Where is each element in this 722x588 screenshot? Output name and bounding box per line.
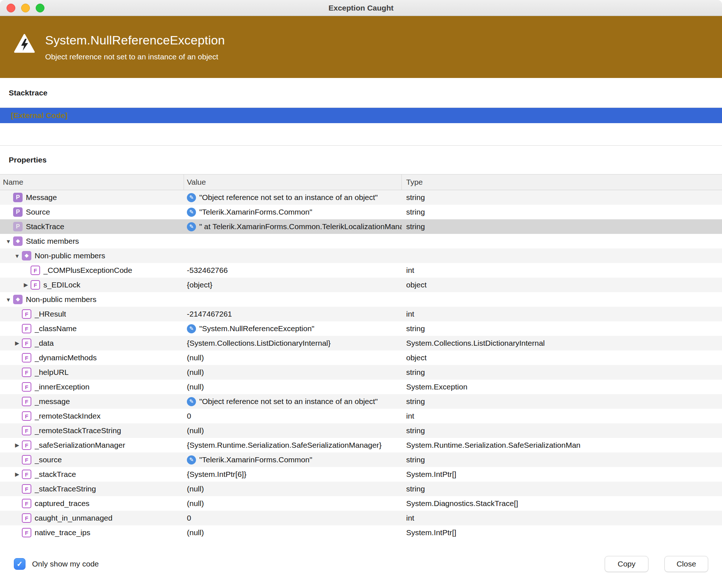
stacktrace-heading-label: Stacktrace: [9, 89, 47, 97]
property-value: {System.Collections.ListDictionaryIntern…: [187, 339, 331, 348]
property-name: _innerException: [35, 383, 90, 391]
property-row[interactable]: F_COMPlusExceptionCode-532462766int: [0, 263, 722, 278]
property-name: caught_in_unmanaged: [35, 514, 113, 522]
property-value: "System.NullReferenceException": [199, 324, 314, 333]
property-row[interactable]: ▶F_data{System.Collections.ListDictionar…: [0, 336, 722, 350]
property-row[interactable]: ▼❖Non-public members: [0, 292, 722, 307]
property-type: string: [402, 485, 722, 493]
property-icon: P: [13, 193, 23, 202]
field-icon: F: [22, 440, 31, 450]
property-value: "Object reference not set to an instance…: [199, 193, 378, 202]
properties-heading-label: Properties: [9, 156, 47, 164]
field-icon: F: [22, 513, 31, 523]
property-row[interactable]: PStackTrace✎" at Telerik.XamarinForms.Co…: [0, 219, 722, 234]
close-button[interactable]: Close: [664, 556, 708, 572]
property-row[interactable]: ▶F_safeSerializationManager{System.Runti…: [0, 438, 722, 452]
property-row[interactable]: F_remoteStackIndex0int: [0, 409, 722, 423]
property-type: string: [402, 193, 722, 202]
property-name: _message: [35, 397, 70, 406]
expand-arrow-icon[interactable]: ▶: [12, 340, 22, 346]
property-row[interactable]: ▼❖Static members: [0, 234, 722, 248]
property-type: System.Collections.ListDictionaryInterna…: [402, 339, 722, 348]
property-type: string: [402, 222, 722, 231]
property-type: System.Exception: [402, 383, 722, 391]
property-value: "Object reference not set to an instance…: [199, 397, 378, 406]
property-row[interactable]: ▼❖Non-public members: [0, 248, 722, 263]
field-icon: F: [31, 266, 40, 275]
property-row[interactable]: F_className✎"System.NullReferenceExcepti…: [0, 321, 722, 336]
property-value: (null): [187, 485, 204, 493]
property-name: StackTrace: [26, 222, 64, 231]
property-row[interactable]: PSource✎"Telerik.XamarinForms.Common"str…: [0, 205, 722, 219]
property-icon: P: [13, 222, 23, 231]
edit-value-icon[interactable]: ✎: [187, 208, 196, 217]
field-icon: F: [31, 280, 40, 290]
property-row[interactable]: F_helpURL(null)string: [0, 365, 722, 380]
expand-arrow-icon[interactable]: ▶: [21, 282, 31, 288]
property-row[interactable]: PMessage✎"Object reference not set to an…: [0, 190, 722, 205]
property-value: {object}: [187, 281, 212, 289]
property-value: -2147467261: [187, 310, 232, 318]
property-value: " at Telerik.XamarinForms.Common.Telerik…: [199, 222, 402, 231]
property-name: s_EDILock: [43, 281, 81, 289]
property-value: {System.Runtime.Serialization.SafeSerial…: [187, 441, 382, 450]
property-type: string: [402, 397, 722, 406]
collapse-arrow-icon[interactable]: ▼: [4, 238, 13, 244]
window-title: Exception Caught: [329, 4, 394, 12]
property-name: _source: [35, 455, 62, 464]
edit-value-icon[interactable]: ✎: [187, 397, 196, 406]
stacktrace-empty-area: [0, 123, 722, 146]
expand-arrow-icon[interactable]: ▶: [12, 442, 22, 448]
property-name: _COMPlusExceptionCode: [43, 266, 132, 275]
property-value: 0: [187, 514, 191, 522]
column-header-name[interactable]: Name: [0, 175, 184, 190]
stack-frame-row[interactable]: [External Code]: [0, 108, 722, 123]
property-name: _stackTrace: [35, 470, 76, 479]
field-icon: F: [22, 309, 31, 319]
minimize-window-button[interactable]: [21, 4, 30, 12]
close-window-button[interactable]: [7, 4, 15, 12]
field-icon: F: [22, 382, 31, 392]
property-row[interactable]: Fcaught_in_unmanaged0int: [0, 511, 722, 525]
property-type: string: [402, 208, 722, 216]
collapse-arrow-icon[interactable]: ▼: [4, 297, 13, 303]
zoom-window-button[interactable]: [36, 4, 44, 12]
property-type: System.Runtime.Serialization.SafeSeriali…: [402, 441, 722, 450]
edit-value-icon[interactable]: ✎: [187, 193, 196, 202]
property-row[interactable]: F_dynamicMethods(null)object: [0, 350, 722, 365]
property-row[interactable]: F_innerException(null)System.Exception: [0, 380, 722, 394]
expand-arrow-icon[interactable]: ▶: [12, 471, 22, 478]
only-show-my-code-label: Only show my code: [32, 560, 99, 568]
property-value: (null): [187, 528, 204, 537]
property-name: _dynamicMethods: [35, 353, 97, 362]
property-name: _data: [35, 339, 54, 348]
property-value: -532462766: [187, 266, 228, 275]
property-row[interactable]: ▶Fs_EDILock{object}object: [0, 278, 722, 292]
property-name: _remoteStackIndex: [35, 412, 101, 420]
property-type: int: [402, 514, 722, 522]
field-icon: F: [22, 353, 31, 362]
property-row[interactable]: ▶F_stackTrace{System.IntPtr[6]}System.In…: [0, 467, 722, 482]
properties-table-body: PMessage✎"Object reference not set to an…: [0, 190, 722, 540]
edit-value-icon[interactable]: ✎: [187, 324, 196, 333]
warning-triangle-icon: [14, 34, 35, 55]
field-icon: F: [22, 324, 31, 333]
property-row[interactable]: F_HResult-2147467261int: [0, 307, 722, 321]
property-row[interactable]: Fnative_trace_ips(null)System.IntPtr[]: [0, 525, 722, 540]
column-header-value[interactable]: Value: [184, 175, 402, 190]
edit-value-icon[interactable]: ✎: [187, 222, 196, 231]
property-row[interactable]: F_remoteStackTraceString(null)string: [0, 423, 722, 438]
property-row[interactable]: F_message✎"Object reference not set to a…: [0, 394, 722, 409]
property-name: Non-public members: [35, 251, 105, 260]
column-header-type[interactable]: Type: [402, 175, 722, 190]
property-name: Non-public members: [26, 295, 97, 304]
property-row[interactable]: F_stackTraceString(null)string: [0, 482, 722, 496]
property-row[interactable]: F_source✎"Telerik.XamarinForms.Common"st…: [0, 452, 722, 467]
property-name: _remoteStackTraceString: [35, 426, 121, 435]
window-titlebar: Exception Caught: [0, 0, 722, 16]
collapse-arrow-icon[interactable]: ▼: [12, 253, 22, 259]
copy-button[interactable]: Copy: [605, 556, 648, 572]
only-show-my-code-checkbox[interactable]: ✓: [14, 558, 25, 570]
edit-value-icon[interactable]: ✎: [187, 455, 196, 464]
property-row[interactable]: Fcaptured_traces(null)System.Diagnostics…: [0, 496, 722, 511]
